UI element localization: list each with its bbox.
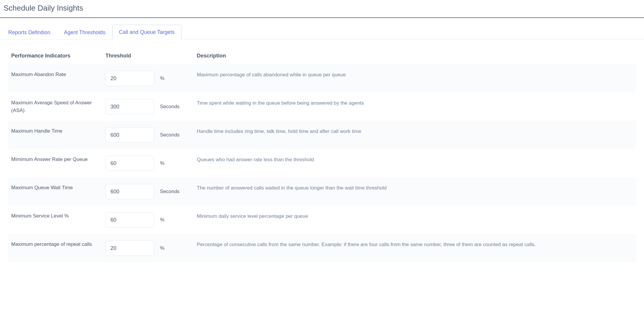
indicator-label: Maximum Handle Time: [11, 127, 105, 135]
tabs-container: Reports Definition Agent Thresholds Call…: [0, 18, 644, 40]
table-row: Minimum Service Level % % Minimum daily …: [8, 206, 636, 234]
threshold-cell: Seconds: [105, 127, 197, 143]
table-row: Maximum Average Speed of Answer (ASA) Se…: [8, 93, 636, 121]
indicator-label: Minimum Service Level %: [11, 212, 105, 220]
table-row: Maximum Abandon Rate % Maximum percentag…: [8, 64, 636, 93]
threshold-unit: %: [160, 75, 164, 81]
threshold-unit: %: [160, 217, 164, 223]
indicator-label: Maximum percentage of repeat calls: [11, 241, 105, 248]
threshold-input-asa[interactable]: [105, 99, 154, 114]
description-text: Queues who had answer rate less than the…: [197, 156, 633, 164]
indicator-label: Maximum Average Speed of Answer (ASA): [11, 99, 105, 114]
header-description: Description: [197, 53, 633, 59]
content-area: Performance Indicators Threshold Descrip…: [0, 40, 644, 262]
threshold-input-repeat-calls[interactable]: [105, 241, 154, 256]
threshold-input-handle-time[interactable]: [105, 127, 154, 143]
tab-agent-thresholds[interactable]: Agent Thresholds: [57, 25, 112, 40]
threshold-input-answer-rate[interactable]: [105, 156, 154, 171]
threshold-input-wait-time[interactable]: [105, 184, 154, 199]
tabs: Reports Definition Agent Thresholds Call…: [1, 18, 643, 39]
indicator-label: Maximum Queue Wait Time: [11, 184, 105, 192]
threshold-cell: %: [105, 212, 197, 228]
threshold-cell: %: [105, 156, 197, 171]
threshold-cell: Seconds: [105, 99, 197, 114]
indicator-label: Maximum Abandon Rate: [11, 71, 105, 78]
tab-reports-definition[interactable]: Reports Definition: [1, 25, 57, 40]
header-threshold: Threshold: [105, 53, 197, 59]
threshold-input-service-level[interactable]: [105, 212, 154, 228]
description-text: Time spent while waiting in the queue be…: [197, 99, 633, 107]
threshold-unit: %: [160, 245, 164, 251]
description-text: Maximum percentage of calls abandoned wh…: [197, 71, 633, 79]
threshold-unit: Seconds: [160, 104, 179, 110]
tab-call-queue-targets[interactable]: Call and Queue Targets: [112, 25, 181, 40]
threshold-cell: Seconds: [105, 184, 197, 199]
description-text: Minimum daily service level percentage p…: [197, 212, 633, 220]
table-row: Mimimum Answer Rate per Queue % Queues w…: [8, 149, 636, 177]
header-indicator: Performance Indicators: [11, 53, 105, 59]
table-header-row: Performance Indicators Threshold Descrip…: [8, 47, 636, 64]
threshold-unit: %: [160, 160, 164, 166]
indicator-label: Mimimum Answer Rate per Queue: [11, 156, 105, 163]
threshold-input-abandon-rate[interactable]: [105, 71, 154, 86]
threshold-unit: Seconds: [160, 189, 179, 195]
table-row: Maximum Handle Time Seconds Handle time …: [8, 121, 636, 149]
table-row: Maximum percentage of repeat calls % Per…: [8, 234, 636, 262]
threshold-unit: Seconds: [160, 132, 179, 138]
description-text: Handle time includes ring time, talk tim…: [197, 127, 633, 135]
threshold-cell: %: [105, 241, 197, 256]
page-title: Schedule Daily Insights: [0, 0, 644, 17]
description-text: Percentage of consecutive calls from the…: [197, 241, 633, 248]
description-text: The number of answered calls waited in t…: [197, 184, 633, 192]
table-row: Maximum Queue Wait Time Seconds The numb…: [8, 177, 636, 206]
targets-table: Performance Indicators Threshold Descrip…: [8, 47, 636, 262]
threshold-cell: %: [105, 71, 197, 86]
